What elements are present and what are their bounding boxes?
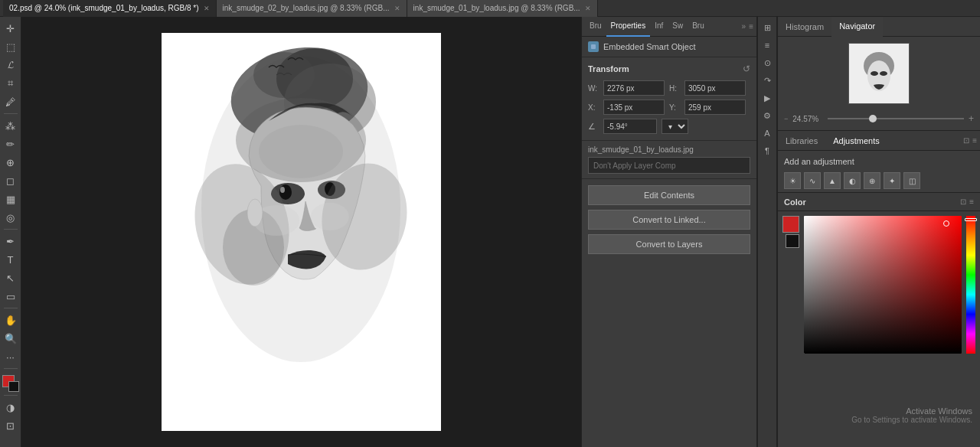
zoom-value: 24.57% [792, 115, 823, 123]
adjustments-tab-label: Adjustments [833, 136, 880, 145]
clone-tool[interactable]: ⊕ [2, 154, 19, 171]
libraries-tab[interactable]: Libraries [778, 131, 825, 151]
layer-comp-dropdown[interactable] [588, 157, 750, 174]
info-tab[interactable]: Inf [650, 17, 668, 37]
transform-w-input[interactable] [603, 80, 665, 96]
screen-mode-tool[interactable]: ⊡ [2, 417, 19, 434]
zoom-in-icon[interactable]: + [969, 113, 974, 124]
info-tab-label: Inf [655, 21, 663, 30]
tab-2[interactable]: ink_smudge_02_by_loadus.jpg @ 8.33% (RGB… [217, 0, 407, 17]
paths-icon[interactable]: ⊙ [760, 55, 775, 70]
bg-color-swatch[interactable] [786, 234, 799, 248]
adj-menu-icon[interactable]: ≡ [972, 136, 977, 145]
lasso-tool[interactable]: 𝓛 [2, 57, 19, 73]
convert-to-linked-button[interactable]: Convert to Linked... [588, 210, 750, 230]
convert-to-layers-button[interactable]: Convert to Layers [588, 234, 750, 254]
color-gradient-picker[interactable] [804, 216, 962, 354]
healing-tool[interactable]: ⁂ [2, 117, 19, 134]
background-color[interactable] [8, 381, 19, 392]
transform-h-input[interactable] [684, 80, 746, 96]
svg-point-18 [259, 125, 343, 178]
properties-v-icon[interactable]: ⚙ [760, 108, 775, 123]
transform-reset-button[interactable]: ↺ [743, 64, 750, 74]
brush-tab-1[interactable]: Bru [585, 17, 606, 37]
navigator-tab[interactable]: Navigator [831, 17, 883, 37]
activate-windows-line2: Go to Settings to activate Windows. [851, 416, 972, 424]
hue-strip[interactable] [966, 216, 975, 354]
color-gradient-field[interactable] [804, 216, 962, 354]
move-tool[interactable]: ✛ [2, 20, 19, 37]
svg-point-16 [311, 203, 349, 230]
hand-tool[interactable]: ✋ [2, 312, 19, 328]
left-toolbar: ✛ ⬚ 𝓛 ⌗ 🖉 ⁂ ✏ ⊕ ◻ ▦ ◎ ✒ T ↖ ▭ ✋ 🔍 ··· ◑ … [0, 17, 21, 447]
color-panel-menu-icon[interactable]: ≡ [969, 197, 974, 206]
gradient-tool[interactable]: ▦ [2, 191, 19, 207]
far-right-panel: Histogram Navigator [777, 17, 980, 447]
blur-tool[interactable]: ◎ [2, 209, 19, 226]
gradient-cursor [943, 220, 949, 227]
tab-3[interactable]: ink_smudge_01_by_loadus.jpg @ 8.33% (RGB… [407, 0, 598, 17]
smart-object-header: Embedded Smart Object [582, 37, 756, 57]
zoom-out-icon[interactable]: − [784, 115, 788, 122]
brightness-adj-icon[interactable]: ☀ [784, 172, 801, 189]
eyedropper-tool[interactable]: 🖉 [2, 93, 19, 110]
properties-tab[interactable]: Properties [606, 17, 651, 37]
svg-point-25 [880, 71, 887, 76]
color-balance-adj-icon[interactable]: ⊕ [864, 172, 880, 189]
hue-cursor [965, 218, 977, 221]
swatches-tab[interactable]: Sw [668, 17, 688, 37]
gradient-dark [804, 216, 962, 354]
tab-2-close[interactable]: ✕ [394, 5, 400, 12]
tool-separator-1 [4, 113, 18, 114]
color-panel-collapse-icon[interactable]: ⊡ [960, 197, 966, 206]
tab-3-close[interactable]: ✕ [585, 5, 591, 12]
crop-tool[interactable]: ⌗ [2, 75, 19, 92]
transform-y-input[interactable] [684, 100, 746, 115]
transform-title: Transform [588, 64, 629, 73]
edit-contents-button[interactable]: Edit Contents [588, 185, 750, 205]
shape-tool[interactable]: ▭ [2, 288, 19, 305]
transform-h-label: H: [669, 84, 680, 93]
transform-xy-row: X: Y: [588, 100, 750, 115]
fg-color-swatch[interactable] [782, 216, 799, 233]
brush-tool[interactable]: ✏ [2, 135, 19, 152]
transform-x-label: X: [588, 103, 599, 112]
adj-expand-icon[interactable]: ⊡ [963, 136, 969, 145]
eraser-tool[interactable]: ◻ [2, 172, 19, 189]
transform-angle-dropdown[interactable]: ▾ [662, 119, 688, 134]
type-tool[interactable]: T [2, 251, 19, 268]
layers-icon[interactable]: ⊞ [760, 20, 775, 35]
channels-icon[interactable]: ≡ [760, 38, 775, 53]
para-styles-icon[interactable]: ¶ [760, 143, 775, 158]
tab-1[interactable]: 02.psd @ 24.0% (ink_smudge_01_by_loadus,… [3, 0, 217, 17]
levels-adj-icon[interactable]: ▲ [824, 172, 841, 189]
char-styles-icon[interactable]: A [760, 126, 775, 141]
more-tool[interactable]: ··· [2, 348, 19, 365]
panel-more-button[interactable]: » [742, 22, 746, 31]
marquee-tool[interactable]: ⬚ [2, 38, 19, 55]
path-select-tool[interactable]: ↖ [2, 269, 19, 286]
tool-separator-4 [4, 368, 18, 369]
curves-adj-icon[interactable]: ∿ [804, 172, 821, 189]
history-icon[interactable]: ↷ [760, 73, 775, 88]
brush-tab-2[interactable]: Bru [688, 17, 709, 37]
zoom-slider[interactable] [828, 118, 964, 119]
hue-sat-adj-icon[interactable]: ◐ [844, 172, 861, 189]
pen-tool[interactable]: ✒ [2, 233, 19, 250]
transform-angle-input[interactable] [603, 119, 657, 134]
tab-1-close[interactable]: ✕ [204, 5, 210, 12]
activate-windows-notice: Activate Windows Go to Settings to activ… [851, 406, 972, 424]
zoom-tool[interactable]: 🔍 [2, 330, 19, 347]
color-panel-controls: ⊡ ≡ [960, 197, 974, 206]
quick-mask-tool[interactable]: ◑ [2, 399, 19, 416]
vibrance-adj-icon[interactable]: ✦ [884, 172, 900, 189]
histogram-tab[interactable]: Histogram [778, 17, 831, 37]
brush-tab-2-label: Bru [692, 21, 704, 30]
adjustments-tab[interactable]: Adjustments [825, 131, 887, 151]
panel-menu-icon[interactable]: ≡ [749, 22, 753, 31]
actions-icon[interactable]: ▶ [760, 90, 775, 106]
photo-filter-adj-icon[interactable]: ◫ [903, 172, 920, 189]
transform-x-input[interactable] [603, 100, 665, 115]
tool-separator-2 [4, 229, 18, 230]
tab-1-label: 02.psd @ 24.0% (ink_smudge_01_by_loadus,… [9, 4, 199, 12]
